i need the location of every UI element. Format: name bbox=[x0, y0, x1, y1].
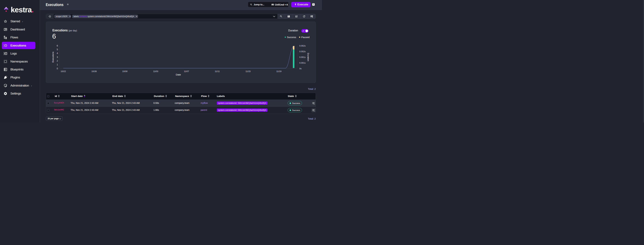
svg-text:Duration: Duration bbox=[307, 53, 310, 61]
svg-text:11/03: 11/03 bbox=[153, 70, 158, 73]
svg-text:5: 5 bbox=[57, 48, 58, 51]
svg-text:0s: 0s bbox=[299, 67, 302, 70]
svg-text:10/26: 10/26 bbox=[91, 70, 96, 73]
svg-text:11/07: 11/07 bbox=[184, 70, 189, 73]
svg-text:0.002s: 0.002s bbox=[299, 50, 306, 53]
svg-text:0: 0 bbox=[57, 67, 58, 70]
svg-text:11/11: 11/11 bbox=[215, 70, 220, 73]
svg-text:0.001s: 0.001s bbox=[299, 56, 306, 58]
svg-text:0.001s: 0.001s bbox=[299, 62, 306, 64]
svg-text:1: 1 bbox=[57, 63, 58, 66]
svg-text:10/30: 10/30 bbox=[122, 70, 127, 73]
svg-text:Executions: Executions bbox=[52, 52, 54, 62]
svg-text:10/22: 10/22 bbox=[60, 70, 66, 73]
svg-text:6: 6 bbox=[57, 44, 58, 47]
svg-text:2: 2 bbox=[57, 59, 58, 62]
svg-text:4: 4 bbox=[57, 52, 58, 55]
svg-text:11/15: 11/15 bbox=[246, 70, 250, 73]
svg-text:0.002s: 0.002s bbox=[299, 44, 306, 47]
svg-text:Date: Date bbox=[176, 73, 181, 76]
svg-text:3: 3 bbox=[57, 56, 58, 58]
svg-text:11/19: 11/19 bbox=[276, 70, 281, 73]
